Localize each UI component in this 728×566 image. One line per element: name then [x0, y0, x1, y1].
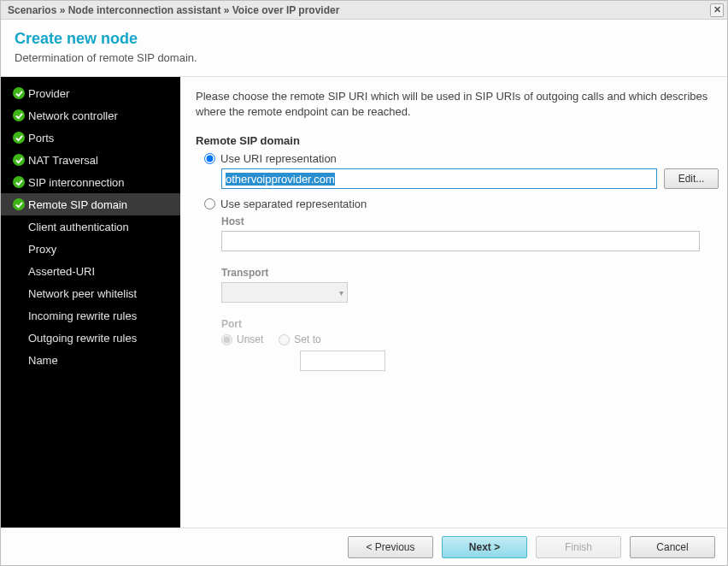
footer: < Previous Next > Finish Cancel	[1, 528, 727, 565]
port-setto-label: Set to	[294, 333, 320, 345]
host-block: Host	[221, 215, 712, 251]
sidebar-item-label: Provider	[28, 87, 69, 100]
sidebar-item-remote-sip-domain[interactable]: Remote SIP domain	[1, 193, 180, 215]
sidebar-item-label: Network controller	[28, 109, 118, 122]
host-input[interactable]	[221, 231, 700, 251]
sidebar-item-sip-interconnection[interactable]: SIP interconnection	[1, 171, 180, 193]
sidebar-item-label: Remote SIP domain	[28, 198, 127, 211]
check-icon	[13, 176, 25, 188]
sidebar-item-label: Name	[28, 354, 58, 367]
radio-row-separated: Use separated representation	[204, 198, 712, 210]
port-radio-row: Unset Set to	[221, 333, 712, 345]
page-subtitle: Determination of remote SIP domain.	[15, 51, 713, 64]
cancel-button[interactable]: Cancel	[630, 536, 715, 558]
sidebar-item-label: Network peer whitelist	[28, 287, 137, 300]
next-button[interactable]: Next >	[442, 536, 527, 558]
finish-button[interactable]: Finish	[536, 536, 621, 558]
chevron-down-icon: ▾	[339, 288, 343, 298]
check-icon	[13, 87, 25, 99]
check-icon	[13, 109, 25, 121]
header: Create new node Determination of remote …	[1, 20, 727, 77]
edit-button[interactable]: Edit...	[664, 168, 719, 189]
uri-input[interactable]	[221, 168, 657, 189]
sidebar: Provider Network controller Ports NAT Tr…	[1, 77, 180, 528]
page-title: Create new node	[15, 30, 713, 48]
sidebar-item-asserted-uri[interactable]: Asserted-URI	[1, 260, 180, 282]
radio-port-unset[interactable]	[221, 334, 232, 345]
previous-button[interactable]: < Previous	[348, 536, 433, 558]
breadcrumb: Scenarios » Node interconnection assista…	[8, 4, 339, 16]
sidebar-item-network-controller[interactable]: Network controller	[1, 104, 180, 127]
sidebar-item-proxy[interactable]: Proxy	[1, 238, 180, 260]
sidebar-item-incoming-rewrite-rules[interactable]: Incoming rewrite rules	[1, 304, 180, 327]
sidebar-item-label: Asserted-URI	[28, 265, 95, 278]
sidebar-item-provider[interactable]: Provider	[1, 82, 180, 104]
radio-port-setto[interactable]	[279, 334, 290, 345]
radio-use-separated-label: Use separated representation	[220, 198, 367, 210]
transport-block: Transport ▾	[221, 267, 712, 303]
port-unset-option: Unset	[221, 333, 263, 345]
radio-use-separated[interactable]	[204, 198, 215, 209]
sidebar-item-label: Proxy	[28, 243, 56, 256]
sidebar-item-network-peer-whitelist[interactable]: Network peer whitelist	[1, 282, 180, 304]
sidebar-item-label: Ports	[28, 132, 54, 144]
close-button[interactable]: ✕	[710, 3, 724, 17]
radio-use-uri-label: Use URI representation	[220, 152, 337, 165]
sidebar-item-label: Outgoing rewrite rules	[28, 332, 137, 345]
radio-row-uri: Use URI representation	[204, 152, 712, 165]
sidebar-item-nat-traversal[interactable]: NAT Traversal	[1, 149, 180, 171]
check-icon	[13, 198, 25, 210]
sidebar-item-ports[interactable]: Ports	[1, 127, 180, 149]
content-panel: Please choose the remote SIP URI which w…	[180, 77, 727, 528]
close-icon: ✕	[713, 4, 721, 15]
description-text: Please choose the remote SIP URI which w…	[196, 89, 712, 119]
uri-row: Edit...	[221, 168, 712, 189]
sidebar-item-outgoing-rewrite-rules[interactable]: Outgoing rewrite rules	[1, 327, 180, 349]
sidebar-item-label: NAT Traversal	[28, 154, 98, 167]
host-label: Host	[221, 215, 712, 227]
body: Provider Network controller Ports NAT Tr…	[1, 77, 727, 528]
sidebar-item-label: SIP interconnection	[28, 176, 125, 189]
sidebar-item-label: Client authentication	[28, 221, 129, 233]
sidebar-item-name[interactable]: Name	[1, 349, 180, 371]
group-title: Remote SIP domain	[196, 134, 712, 147]
dialog-window: Scenarios » Node interconnection assista…	[0, 0, 728, 566]
port-unset-label: Unset	[237, 333, 263, 345]
transport-select[interactable]: ▾	[221, 282, 348, 303]
check-icon	[13, 154, 25, 166]
port-setto-option: Set to	[279, 333, 320, 345]
port-input[interactable]	[300, 351, 385, 371]
port-block: Port Unset Set to	[221, 318, 712, 371]
transport-label: Transport	[221, 267, 712, 279]
sidebar-item-client-authentication[interactable]: Client authentication	[1, 215, 180, 238]
titlebar: Scenarios » Node interconnection assista…	[1, 1, 727, 20]
port-label: Port	[221, 318, 712, 330]
sidebar-item-label: Incoming rewrite rules	[28, 310, 137, 322]
radio-use-uri[interactable]	[204, 153, 215, 164]
check-icon	[13, 132, 25, 144]
